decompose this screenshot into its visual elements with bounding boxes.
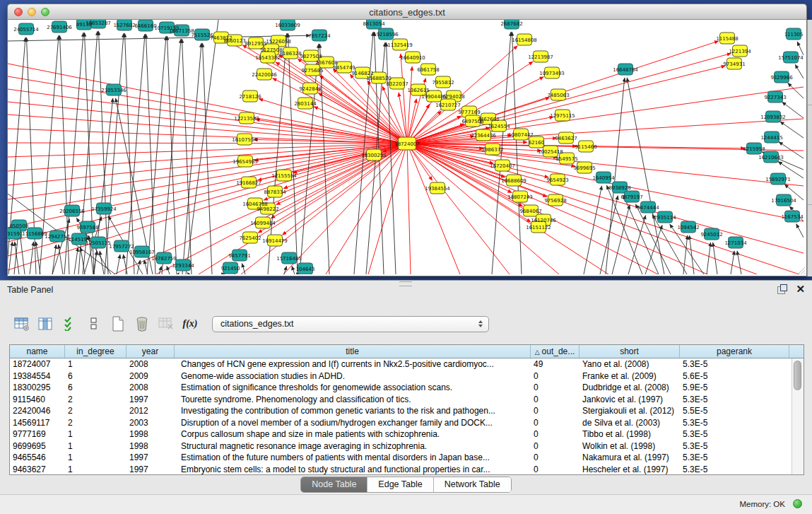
cell-short[interactable]: Nakamura et al. (1997) [579, 452, 680, 464]
side-panel-edge[interactable] [807, 20, 812, 276]
new-column-icon[interactable] [106, 313, 130, 334]
graph-edge[interactable] [731, 251, 734, 274]
graph-edge[interactable] [796, 224, 804, 238]
column-header-out_de[interactable]: △out_de... [531, 345, 579, 358]
graph-edge[interactable] [20, 234, 25, 274]
column-header-title[interactable]: title [175, 345, 531, 358]
graph-edge[interactable] [8, 143, 407, 144]
table-row[interactable]: 977716911998Corpus callosum shape and si… [10, 428, 804, 440]
cell-out_de[interactable]: 0 [531, 370, 579, 382]
cell-out_de[interactable]: 0 [531, 440, 579, 452]
cell-pagerank[interactable]: 5.5E-5 [680, 405, 789, 417]
delete-column-icon[interactable] [130, 313, 154, 334]
graph-edge[interactable] [8, 144, 407, 214]
cell-title[interactable]: Changes of HCN gene expression and I(f) … [175, 358, 531, 370]
cell-pagerank[interactable]: 5.3E-5 [680, 440, 789, 452]
close-panel-icon[interactable]: ✕ [796, 284, 805, 294]
cell-in_degree[interactable]: 2 [65, 405, 126, 417]
function-builder-icon[interactable]: f(x) [178, 313, 202, 334]
cell-year[interactable]: 1998 [126, 428, 175, 440]
graph-edge[interactable] [59, 245, 63, 274]
graph-edge[interactable] [780, 122, 804, 138]
cell-year[interactable]: 2003 [126, 417, 175, 429]
table-chooser-select[interactable]: citations_edges.txt [212, 316, 489, 332]
graph-edge[interactable] [137, 260, 140, 274]
cell-name[interactable]: 9115460 [10, 394, 65, 406]
cell-name[interactable]: 9699695 [10, 440, 65, 452]
cell-short[interactable]: de Silva et al. (2003) [579, 417, 680, 429]
table-row[interactable]: 1872400712008Changes of HCN gene express… [10, 358, 804, 370]
graph-edge[interactable] [202, 43, 212, 274]
cell-title[interactable]: Estimation of significance thresholds fo… [175, 382, 531, 394]
table-header-row[interactable]: namein_degreeyeartitle△out_de...shortpag… [10, 345, 804, 358]
network-canvas[interactable]: 1872400774638228660123891295515226058912… [7, 20, 807, 276]
graph-edge[interactable] [273, 78, 407, 144]
table-row[interactable]: 1830029562008Estimation of significance … [10, 382, 804, 394]
column-header-pagerank[interactable]: pagerank [680, 345, 789, 358]
cell-in_degree[interactable]: 2 [65, 417, 126, 429]
cell-title[interactable]: Investigating the contribution of common… [175, 405, 531, 417]
cell-in_degree[interactable]: 1 [65, 464, 126, 476]
graph-edge[interactable] [282, 144, 407, 235]
graph-edge[interactable] [788, 83, 804, 98]
cell-name[interactable]: 18300295 [10, 382, 65, 394]
graph-edge[interactable] [407, 144, 548, 177]
graph-edge[interactable] [689, 235, 694, 274]
cell-year[interactable]: 1997 [126, 464, 175, 476]
cell-year[interactable]: 1998 [126, 440, 175, 452]
panel-divider-grip[interactable] [399, 281, 412, 286]
graph-edge[interactable] [147, 36, 166, 274]
table-row[interactable]: 1938455462009Genome-wide association stu… [10, 370, 804, 382]
window-resize-grip[interactable] [796, 266, 806, 275]
selected-edges[interactable] [8, 41, 804, 274]
graph-edge[interactable] [8, 115, 407, 144]
cell-title[interactable]: Structural magnetic resonance image aver… [175, 440, 531, 452]
cell-title[interactable]: Corpus callosum shape and size in male p… [175, 428, 531, 440]
graph-edge[interactable] [100, 251, 104, 274]
cell-name[interactable]: 22420046 [10, 405, 65, 417]
cell-year[interactable]: 2008 [126, 382, 175, 394]
tab-node-table[interactable]: Node Table [301, 477, 367, 492]
cell-short[interactable]: Jankovic et al. (1997) [579, 394, 680, 406]
graph-edge[interactable] [288, 33, 298, 274]
network-window-titlebar[interactable]: citations_edges.txt [7, 4, 807, 20]
column-header-name[interactable]: name [10, 345, 65, 358]
cell-year[interactable]: 2008 [126, 358, 175, 370]
graph-edge[interactable] [186, 20, 218, 274]
cell-out_de[interactable]: 0 [531, 405, 579, 417]
cell-in_degree[interactable]: 6 [65, 370, 126, 382]
column-header-year[interactable]: year [126, 345, 175, 358]
citation-network-graph[interactable]: 1872400774638228660123891295515226058912… [8, 20, 804, 274]
table-body[interactable]: 1872400712008Changes of HCN gene express… [10, 358, 804, 475]
cell-pagerank[interactable]: 5.9E-5 [680, 382, 789, 394]
table-row[interactable]: 911546021997Tourette syndrome. Phenomeno… [10, 394, 804, 406]
table-mode-icon[interactable] [10, 313, 34, 334]
cell-name[interactable]: 19384554 [10, 370, 65, 382]
graph-edge[interactable] [187, 272, 189, 274]
graph-edge[interactable] [162, 39, 181, 274]
tab-edge-table[interactable]: Edge Table [367, 477, 433, 492]
cell-short[interactable]: Dudbridge et al. (2008) [579, 382, 680, 394]
tab-network-table[interactable]: Network Table [434, 477, 511, 492]
cell-name[interactable]: 18724007 [10, 358, 65, 370]
scrollbar-thumb[interactable] [794, 361, 801, 390]
cell-pagerank[interactable]: 5.3E-5 [680, 428, 789, 440]
cell-title[interactable]: Estimation of the future numbers of pati… [175, 452, 531, 464]
delete-table-icon[interactable] [154, 313, 178, 334]
cell-in_degree[interactable]: 1 [65, 452, 126, 464]
cell-pagerank[interactable]: 5.3E-5 [680, 452, 789, 464]
cell-year[interactable]: 1997 [126, 394, 175, 406]
graph-edge[interactable] [30, 242, 34, 274]
graph-edge[interactable] [126, 34, 145, 274]
cell-year[interactable]: 2009 [126, 370, 175, 382]
table-row[interactable]: 946362711997Embryonic stem cells: a mode… [10, 464, 804, 476]
cell-name[interactable]: 9465546 [10, 452, 65, 464]
column-header-short[interactable]: short [579, 345, 680, 358]
cell-short[interactable]: Hescheler et al. (1997) [579, 464, 680, 476]
show-columns-icon[interactable] [34, 313, 58, 334]
graph-edge[interactable] [52, 245, 56, 274]
cell-short[interactable]: Tibbo et al. (1998) [579, 428, 680, 440]
cell-year[interactable]: 1997 [126, 452, 175, 464]
graph-edge[interactable] [707, 243, 711, 274]
cell-pagerank[interactable]: 5.3E-5 [680, 417, 789, 429]
